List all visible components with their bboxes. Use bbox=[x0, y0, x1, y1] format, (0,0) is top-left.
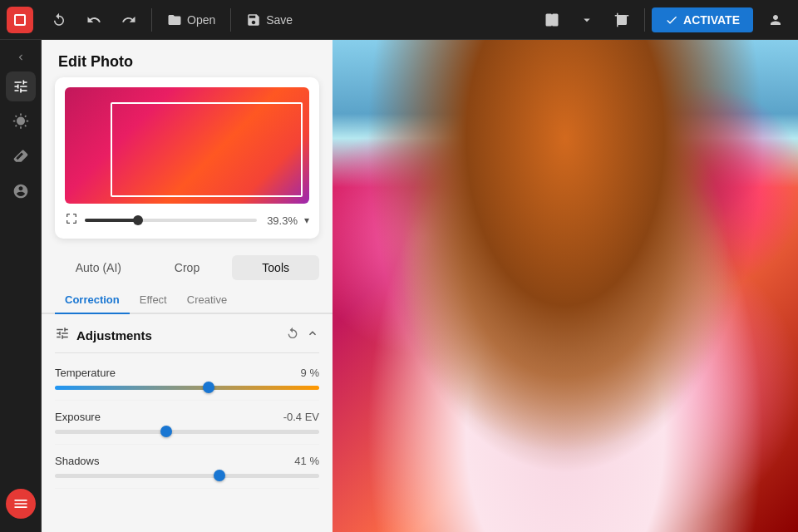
svg-rect-0 bbox=[546, 14, 551, 26]
adjust-tool-icon[interactable] bbox=[6, 71, 36, 101]
tool-tabs: Auto (AI) Crop Tools bbox=[42, 249, 332, 283]
crop-overlay bbox=[111, 102, 303, 197]
tab-auto-ai[interactable]: Auto (AI) bbox=[55, 255, 142, 280]
zoom-fit-icon[interactable] bbox=[65, 212, 78, 229]
zoom-slider[interactable] bbox=[85, 219, 257, 222]
separator-1 bbox=[151, 8, 152, 32]
main-content: Edit Photo 39.3% ▾ Auto (AI) Crop bbox=[0, 40, 798, 532]
separator-3 bbox=[644, 8, 645, 32]
tab-tools[interactable]: Tools bbox=[232, 255, 319, 280]
zoom-slider-fill bbox=[85, 219, 136, 222]
save-label: Save bbox=[266, 13, 293, 27]
tab-crop[interactable]: Crop bbox=[144, 255, 231, 280]
exposure-label: Exposure bbox=[55, 411, 101, 423]
separator-2 bbox=[230, 8, 231, 32]
shadows-slider[interactable] bbox=[55, 474, 319, 478]
app-logo bbox=[7, 7, 33, 33]
user-button[interactable] bbox=[760, 7, 791, 32]
reset-button[interactable] bbox=[43, 7, 75, 32]
exposure-thumb[interactable] bbox=[160, 426, 172, 437]
side-panel: Edit Photo 39.3% ▾ Auto (AI) Crop bbox=[42, 40, 332, 532]
portrait-image bbox=[332, 40, 798, 532]
erase-tool-icon[interactable] bbox=[6, 141, 36, 171]
undo-button[interactable] bbox=[78, 7, 110, 32]
adjustments-reset-button[interactable] bbox=[286, 327, 299, 343]
toolbar: Open Save ACTIVATE bbox=[0, 0, 798, 40]
compare-dropdown[interactable] bbox=[571, 7, 603, 32]
photo-background bbox=[332, 40, 798, 532]
subtab-effect[interactable]: Effect bbox=[130, 287, 177, 313]
activate-label: ACTIVATE bbox=[683, 13, 740, 27]
temperature-row: Temperature 9 % bbox=[55, 357, 319, 401]
subtab-creative[interactable]: Creative bbox=[177, 287, 237, 313]
shadows-header: Shadows 41 % bbox=[55, 455, 319, 467]
settings-icon[interactable] bbox=[6, 489, 36, 519]
temperature-label: Temperature bbox=[55, 367, 116, 379]
redo-button[interactable] bbox=[113, 7, 145, 32]
activate-button[interactable]: ACTIVATE bbox=[652, 7, 753, 32]
preview-thumbnail bbox=[65, 87, 309, 204]
compare-button[interactable] bbox=[536, 7, 568, 32]
logo-icon bbox=[14, 14, 26, 26]
adjustments-header: Adjustments bbox=[55, 314, 319, 353]
portrait-tool-icon[interactable] bbox=[6, 176, 36, 206]
temperature-thumb[interactable] bbox=[203, 382, 214, 393]
exposure-slider[interactable] bbox=[55, 430, 319, 434]
subtab-correction[interactable]: Correction bbox=[55, 287, 130, 313]
svg-rect-1 bbox=[553, 14, 558, 26]
exposure-value: -0.4 EV bbox=[283, 411, 319, 423]
sub-tabs: Correction Effect Creative bbox=[42, 283, 332, 314]
shadows-row: Shadows 41 % bbox=[55, 445, 319, 489]
crop-view-button[interactable] bbox=[606, 7, 638, 32]
adjustments-title: Adjustments bbox=[76, 328, 286, 342]
temperature-header: Temperature 9 % bbox=[55, 367, 319, 379]
adjustments-icon bbox=[55, 326, 70, 344]
exposure-header: Exposure -0.4 EV bbox=[55, 411, 319, 423]
adjustments-section: Adjustments Temperature 9 % bbox=[42, 314, 332, 532]
shadows-value: 41 % bbox=[294, 455, 319, 467]
preview-controls: 39.3% ▾ bbox=[65, 212, 309, 229]
open-button[interactable]: Open bbox=[159, 7, 224, 32]
zoom-slider-thumb[interactable] bbox=[133, 215, 143, 225]
temperature-slider[interactable] bbox=[55, 386, 319, 390]
save-button[interactable]: Save bbox=[238, 7, 301, 32]
temperature-value: 9 % bbox=[301, 367, 319, 379]
shadows-label: Shadows bbox=[55, 455, 99, 467]
zoom-value: 39.3% bbox=[267, 214, 298, 227]
open-label: Open bbox=[187, 13, 215, 27]
panel-title: Edit Photo bbox=[42, 40, 332, 77]
photo-area bbox=[332, 40, 798, 532]
icon-rail bbox=[0, 40, 42, 532]
svg-rect-2 bbox=[618, 15, 627, 24]
exposure-row: Exposure -0.4 EV bbox=[55, 401, 319, 445]
collapse-panel-button[interactable] bbox=[10, 47, 32, 68]
zoom-dropdown[interactable]: ▾ bbox=[304, 214, 309, 226]
adjustments-collapse-button[interactable] bbox=[306, 327, 319, 343]
sky-tool-icon[interactable] bbox=[6, 106, 36, 136]
preview-container: 39.3% ▾ bbox=[55, 77, 319, 239]
shadows-thumb[interactable] bbox=[214, 470, 225, 481]
